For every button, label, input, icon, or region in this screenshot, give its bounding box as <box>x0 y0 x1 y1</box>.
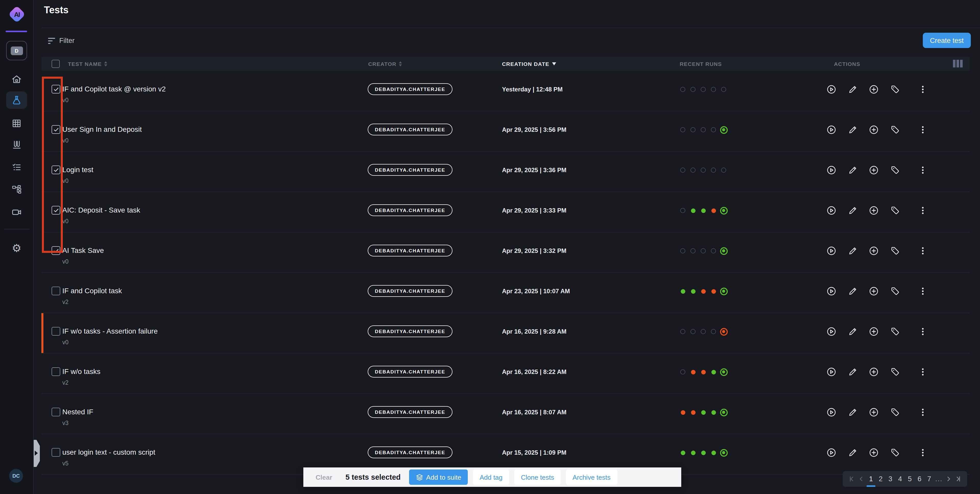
test-name[interactable]: AIC: Deposit - Save task <box>62 206 140 214</box>
more-actions-button[interactable] <box>916 163 930 177</box>
tag-test-button[interactable] <box>888 82 902 97</box>
page-number-button[interactable]: 4 <box>895 471 905 487</box>
row-checkbox[interactable] <box>52 367 60 376</box>
sidebar-item-workflows[interactable] <box>6 181 27 198</box>
add-to-suite-row-button[interactable] <box>867 365 881 379</box>
row-checkbox[interactable] <box>52 327 60 336</box>
edit-test-button[interactable] <box>845 445 860 460</box>
tag-test-button[interactable] <box>888 365 902 379</box>
run-status-dot[interactable] <box>720 287 727 295</box>
run-test-button[interactable] <box>824 244 838 258</box>
edit-test-button[interactable] <box>845 244 860 258</box>
run-status-dot[interactable] <box>720 368 727 376</box>
add-to-suite-row-button[interactable] <box>867 123 881 137</box>
test-name[interactable]: IF and Copilot task @ version v2 <box>62 85 166 93</box>
page-number-button[interactable]: 3 <box>886 471 895 487</box>
user-avatar[interactable]: DC <box>9 469 23 483</box>
run-status-dot[interactable] <box>720 126 727 134</box>
more-actions-button[interactable] <box>916 324 930 339</box>
add-to-suite-row-button[interactable] <box>867 324 881 339</box>
test-name[interactable]: AI Task Save <box>62 246 104 254</box>
run-status-dot[interactable] <box>681 450 685 455</box>
add-tag-button[interactable]: Add tag <box>473 470 509 485</box>
add-to-suite-row-button[interactable] <box>867 203 881 218</box>
add-to-suite-row-button[interactable] <box>867 244 881 258</box>
last-page-button[interactable] <box>953 471 963 487</box>
run-status-dot[interactable] <box>720 408 727 416</box>
clear-selection-button[interactable]: Clear <box>316 473 332 481</box>
run-test-button[interactable] <box>824 405 838 419</box>
run-test-button[interactable] <box>824 82 838 97</box>
run-status-dot[interactable] <box>720 207 727 214</box>
run-status-dot[interactable] <box>720 449 727 456</box>
tag-test-button[interactable] <box>888 244 902 258</box>
add-to-suite-row-button[interactable] <box>867 445 881 460</box>
row-checkbox[interactable] <box>52 206 60 215</box>
run-status-dot[interactable] <box>711 208 716 213</box>
test-name[interactable]: Login test <box>62 166 93 174</box>
tag-test-button[interactable] <box>888 405 902 419</box>
page-number-button[interactable]: 5 <box>905 471 915 487</box>
run-test-button[interactable] <box>824 365 838 379</box>
column-header-test-name[interactable]: TEST NAME <box>68 61 107 67</box>
row-checkbox[interactable] <box>52 287 60 295</box>
more-actions-button[interactable] <box>916 284 930 298</box>
run-status-dot[interactable] <box>711 410 716 414</box>
workspace-switcher[interactable]: D <box>6 41 27 60</box>
test-name[interactable]: user login text - custom script <box>62 448 155 456</box>
column-settings-icon[interactable] <box>953 60 963 67</box>
run-test-button[interactable] <box>824 203 838 218</box>
sidebar-item-tests[interactable] <box>6 91 27 109</box>
sidebar-item-checklist[interactable] <box>6 158 27 176</box>
column-header-creation-date[interactable]: CREATION DATE <box>502 61 556 67</box>
run-status-dot[interactable] <box>711 370 716 374</box>
page-number-button[interactable]: 6 <box>915 471 924 487</box>
run-test-button[interactable] <box>824 445 838 460</box>
create-test-button[interactable]: Create test <box>923 33 971 48</box>
run-test-button[interactable] <box>824 123 838 137</box>
run-status-dot[interactable] <box>711 450 716 455</box>
page-number-button[interactable]: 2 <box>876 471 886 487</box>
test-name[interactable]: User Sign In and Deposit <box>62 125 142 133</box>
column-header-creator[interactable]: CREATOR <box>368 61 402 67</box>
filter-button[interactable]: Filter <box>48 37 75 45</box>
more-actions-button[interactable] <box>916 203 930 218</box>
tag-test-button[interactable] <box>888 284 902 298</box>
run-status-dot[interactable] <box>691 289 695 293</box>
run-status-dot[interactable] <box>701 289 705 293</box>
run-status-dot[interactable] <box>691 370 695 374</box>
run-status-dot[interactable] <box>701 370 705 374</box>
sidebar-item-recordings[interactable] <box>6 203 27 221</box>
run-test-button[interactable] <box>824 284 838 298</box>
test-name[interactable]: IF and Copilot task <box>62 287 122 295</box>
edit-test-button[interactable] <box>845 365 860 379</box>
add-to-suite-row-button[interactable] <box>867 284 881 298</box>
more-actions-button[interactable] <box>916 365 930 379</box>
prev-page-button[interactable] <box>856 471 866 487</box>
sidebar-item-test-tubes[interactable] <box>6 136 27 153</box>
run-status-dot[interactable] <box>681 289 685 293</box>
run-test-button[interactable] <box>824 324 838 339</box>
test-name[interactable]: IF w/o tasks - Assertion failure <box>62 327 158 335</box>
sidebar-item-settings[interactable]: ⚙ <box>6 240 27 257</box>
row-checkbox[interactable] <box>52 125 60 134</box>
row-checkbox[interactable] <box>52 166 60 174</box>
more-actions-button[interactable] <box>916 445 930 460</box>
run-test-button[interactable] <box>824 163 838 177</box>
page-number-button[interactable]: 1 <box>866 471 876 487</box>
edit-test-button[interactable] <box>845 405 860 419</box>
run-status-dot[interactable] <box>701 410 705 414</box>
more-actions-button[interactable] <box>916 244 930 258</box>
select-all-checkbox[interactable] <box>52 60 60 68</box>
edit-test-button[interactable] <box>845 203 860 218</box>
more-actions-button[interactable] <box>916 405 930 419</box>
tag-test-button[interactable] <box>888 203 902 218</box>
run-status-dot[interactable] <box>681 410 685 414</box>
run-status-dot[interactable] <box>720 328 727 335</box>
row-checkbox[interactable] <box>52 246 60 255</box>
run-status-dot[interactable] <box>691 410 695 414</box>
page-number-button[interactable]: 7 <box>924 471 934 487</box>
app-logo[interactable]: AI <box>8 6 25 23</box>
run-status-dot[interactable] <box>720 247 727 255</box>
more-actions-button[interactable] <box>916 123 930 137</box>
